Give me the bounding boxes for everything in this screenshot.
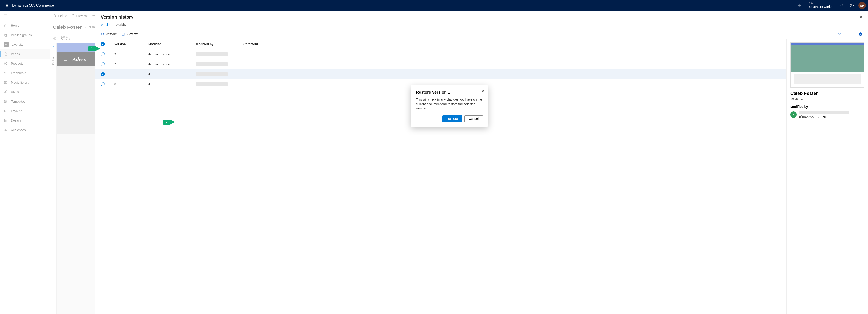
- col-modified[interactable]: Modified: [148, 42, 196, 46]
- nav-urls[interactable]: URLs: [0, 87, 50, 97]
- info-icon[interactable]: [859, 32, 863, 36]
- svg-point-22: [6, 129, 7, 130]
- table-row[interactable]: 344 minutes ago: [95, 49, 786, 59]
- dialog-title: Restore version 1: [416, 90, 483, 95]
- callout-1: 1: [88, 46, 100, 51]
- target-picker[interactable]: Target Default: [61, 35, 70, 41]
- nav-audiences[interactable]: Audiences: [0, 125, 50, 135]
- bell-icon[interactable]: [837, 0, 847, 11]
- dialog-cancel-button[interactable]: Cancel: [464, 115, 483, 122]
- version-table: Version↓ Modified Modified by Comment 34…: [95, 39, 786, 314]
- svg-rect-11: [4, 34, 6, 36]
- dialog-restore-button[interactable]: Restore: [442, 115, 462, 122]
- tab-activity[interactable]: Activity: [116, 23, 126, 29]
- page-title: Caleb Foster: [53, 25, 82, 30]
- svg-point-4: [6, 5, 7, 6]
- globe-icon[interactable]: [795, 0, 804, 11]
- panel-toolbar: Restore Preview: [95, 29, 868, 39]
- col-version[interactable]: Version↓: [114, 42, 148, 46]
- detail-title: Caleb Foster: [790, 91, 864, 96]
- nav-live-site[interactable]: Live site: [0, 40, 50, 49]
- nav-publish-groups[interactable]: Publish groups: [0, 30, 50, 40]
- cell-modified-by: [196, 72, 243, 76]
- row-checkbox[interactable]: [101, 72, 105, 76]
- svg-point-2: [7, 4, 8, 4]
- cell-modified-by: [196, 62, 243, 66]
- modifier-name-redacted: [799, 111, 849, 114]
- outline-rail: Outline: [50, 43, 57, 314]
- nav-fragments[interactable]: Fragments: [0, 68, 50, 78]
- svg-point-7: [6, 6, 7, 7]
- help-icon[interactable]: [847, 0, 857, 11]
- chevron-updown-icon: [44, 43, 46, 46]
- version-history-panel: Version history ✕ Version Activity Resto…: [95, 11, 868, 314]
- expand-outline-icon[interactable]: [52, 45, 55, 49]
- svg-point-8: [7, 6, 8, 7]
- preview-button[interactable]: Preview: [71, 14, 87, 18]
- dialog-close-icon[interactable]: ✕: [481, 89, 484, 93]
- hamburger-icon[interactable]: [0, 11, 50, 21]
- close-icon[interactable]: ✕: [859, 15, 863, 20]
- svg-rect-20: [4, 110, 7, 112]
- site-logo: Adven: [72, 56, 87, 62]
- row-checkbox[interactable]: [101, 82, 105, 86]
- nav-home[interactable]: Home: [0, 21, 50, 30]
- restore-confirm-dialog: ✕ Restore version 1 This will check in a…: [411, 85, 488, 127]
- svg-point-14: [5, 73, 6, 74]
- sort-icon[interactable]: [846, 32, 854, 36]
- cell-modified-by: [196, 82, 243, 86]
- detail-subtitle: Version 1: [790, 97, 864, 100]
- app-launcher-icon[interactable]: [2, 1, 10, 9]
- filter-icon[interactable]: [838, 32, 841, 36]
- panel-tabs: Version Activity: [95, 20, 868, 29]
- modified-timestamp: 6/15/2022, 2:07 PM: [799, 115, 849, 118]
- cell-modified: 4: [148, 72, 196, 76]
- sort-desc-icon: ↓: [127, 43, 128, 46]
- table-row[interactable]: 14: [95, 69, 786, 79]
- tab-version[interactable]: Version: [101, 23, 112, 29]
- nav-media-library[interactable]: Media library: [0, 78, 50, 87]
- svg-rect-18: [4, 102, 6, 103]
- table-header: Version↓ Modified Modified by Comment: [95, 39, 786, 49]
- version-detail-pane: Caleb Foster Version 1 Modified by N 6/1…: [786, 39, 868, 314]
- panel-preview-button[interactable]: Preview: [121, 32, 138, 36]
- target-icon: [53, 37, 57, 40]
- restore-button[interactable]: Restore: [101, 32, 117, 36]
- col-comment[interactable]: Comment: [243, 42, 781, 46]
- svg-rect-17: [4, 100, 7, 101]
- row-checkbox[interactable]: [101, 62, 105, 66]
- nav-templates[interactable]: Templates: [0, 97, 50, 106]
- cell-version: 1: [114, 72, 148, 76]
- svg-rect-19: [6, 102, 7, 103]
- site-picker[interactable]: Site adventure works: [809, 2, 832, 9]
- svg-point-21: [5, 129, 6, 130]
- nav-pages[interactable]: Pages: [0, 49, 50, 59]
- select-all-checkbox[interactable]: [101, 42, 105, 46]
- cell-modified: 44 minutes ago: [148, 62, 196, 66]
- site-label: Site: [809, 2, 832, 5]
- col-modified-by[interactable]: Modified by: [196, 42, 243, 46]
- brand-title: Dynamics 365 Commerce: [12, 3, 54, 7]
- cell-version: 0: [114, 82, 148, 86]
- callout-2: 2: [163, 119, 175, 125]
- svg-point-3: [5, 5, 5, 6]
- modified-by-label: Modified by: [790, 105, 864, 108]
- nav-design[interactable]: Design: [0, 116, 50, 125]
- row-checkbox[interactable]: [101, 52, 105, 56]
- cell-version: 3: [114, 53, 148, 56]
- menu-icon[interactable]: [63, 57, 68, 62]
- svg-point-23: [54, 37, 56, 40]
- svg-point-24: [54, 38, 55, 39]
- svg-point-0: [5, 4, 5, 4]
- nav-layouts[interactable]: Layouts: [0, 106, 50, 116]
- panel-title: Version history: [101, 14, 133, 20]
- cell-modified: 44 minutes ago: [148, 53, 196, 56]
- user-avatar[interactable]: NH: [859, 2, 866, 9]
- nav-products[interactable]: Products: [0, 59, 50, 68]
- modifier-avatar: N: [790, 111, 797, 118]
- cell-modified: 4: [148, 82, 196, 86]
- delete-button[interactable]: Delete: [53, 14, 67, 18]
- svg-point-1: [6, 4, 7, 4]
- dialog-body: This will check in any changes you have …: [416, 98, 483, 111]
- table-row[interactable]: 244 minutes ago: [95, 59, 786, 69]
